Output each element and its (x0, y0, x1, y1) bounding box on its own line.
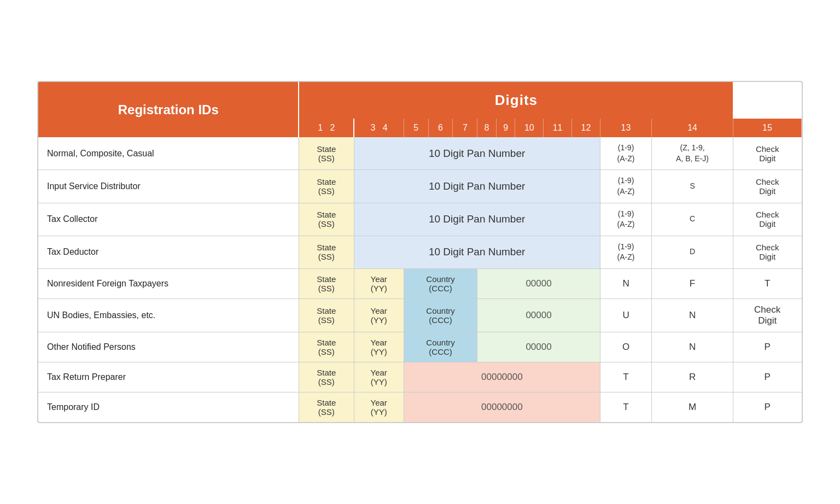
col-13-cell: O (600, 332, 651, 362)
col-14-cell: M (652, 392, 733, 422)
col-15-cell: Check Digit (733, 170, 801, 203)
registration-table: Registration IDs Digits 1 2 3 4 5 6 7 8 … (37, 81, 803, 423)
pan-cell: 10 Digit Pan Number (354, 203, 600, 236)
table-row: Input Service DistributorState (SS)10 Di… (38, 170, 802, 203)
col-15-cell: P (733, 392, 801, 422)
state-cell: State (SS) (299, 170, 354, 203)
table-row: UN Bodies, Embassies, etc.State (SS)Year… (38, 298, 802, 332)
col-15-cell: Check Digit (733, 236, 801, 268)
col-14-cell: S (652, 170, 733, 203)
col-15-cell: Check Digit (733, 298, 801, 332)
col-15-cell: Check Digit (733, 203, 801, 236)
digit-13: 13 (600, 119, 651, 137)
pan-cell: 10 Digit Pan Number (354, 236, 600, 268)
zeros-wide-cell: 00000000 (404, 362, 600, 392)
state-cell: State (SS) (299, 298, 354, 332)
state-cell: State (SS) (299, 236, 354, 268)
table-row: Tax CollectorState (SS)10 Digit Pan Numb… (38, 203, 802, 236)
state-cell: State (SS) (299, 268, 354, 298)
year-cell: Year (YY) (354, 268, 404, 298)
row-label: Input Service Distributor (38, 170, 299, 203)
col-13-cell: N (600, 268, 651, 298)
digits-1-2: 1 2 (299, 119, 354, 137)
state-cell: State (SS) (299, 137, 354, 170)
pan-cell: 10 Digit Pan Number (354, 137, 600, 170)
col-13-cell: T (600, 392, 651, 422)
col-14-cell: (Z, 1-9, A, B, E-J) (652, 137, 733, 170)
zeros-wide-cell: 00000000 (404, 392, 600, 422)
digit-7: 7 (453, 119, 477, 137)
year-cell: Year (YY) (354, 392, 404, 422)
table-row: Temporary IDState (SS)Year (YY)00000000T… (38, 392, 802, 422)
state-cell: State (SS) (299, 332, 354, 362)
digit-15: 15 (733, 119, 801, 137)
col-13-cell: T (600, 362, 651, 392)
digit-10: 10 (515, 119, 544, 137)
table-row: Tax Return PreparerState (SS)Year (YY)00… (38, 362, 802, 392)
digit-8: 8 (477, 119, 497, 137)
col-13-cell: (1-9) (A-Z) (600, 236, 651, 268)
digit-14: 14 (652, 119, 733, 137)
zeros-cell: 00000 (477, 332, 600, 362)
header-row-1: Registration IDs Digits (38, 82, 802, 119)
digit-12: 12 (572, 119, 600, 137)
table-row: Tax DeductorState (SS)10 Digit Pan Numbe… (38, 236, 802, 268)
row-label: Tax Return Preparer (38, 362, 299, 392)
col-15-cell: Check Digit (733, 137, 801, 170)
country-cell: Country (CCC) (404, 268, 477, 298)
row-label: Other Notified Persons (38, 332, 299, 362)
row-label: UN Bodies, Embassies, etc. (38, 298, 299, 332)
year-cell: Year (YY) (354, 298, 404, 332)
digit-9: 9 (496, 119, 515, 137)
col-14-cell: D (652, 236, 733, 268)
digit-5: 5 (404, 119, 428, 137)
row-label: Tax Deductor (38, 236, 299, 268)
state-cell: State (SS) (299, 362, 354, 392)
country-cell: Country (CCC) (404, 332, 477, 362)
col-14-cell: F (652, 268, 733, 298)
zeros-cell: 00000 (477, 298, 600, 332)
col-13-cell: U (600, 298, 651, 332)
digit-11: 11 (544, 119, 572, 137)
table-row: Nonresident Foreign TaxpayersState (SS)Y… (38, 268, 802, 298)
table-row: Normal, Composite, CasualState (SS)10 Di… (38, 137, 802, 170)
col-14-cell: R (652, 362, 733, 392)
col-15-cell: P (733, 332, 801, 362)
row-label: Nonresident Foreign Taxpayers (38, 268, 299, 298)
zeros-cell: 00000 (477, 268, 600, 298)
digits-header: Digits (299, 82, 733, 119)
year-cell: Year (YY) (354, 332, 404, 362)
digits-3-4: 3 4 (354, 119, 404, 137)
col-13-cell: (1-9) (A-Z) (600, 137, 651, 170)
state-cell: State (SS) (299, 203, 354, 236)
col-15-cell: P (733, 362, 801, 392)
reg-id-header: Registration IDs (38, 82, 299, 137)
col-13-cell: (1-9) (A-Z) (600, 203, 651, 236)
col-13-cell: (1-9) (A-Z) (600, 170, 651, 203)
country-cell: Country (CCC) (404, 298, 477, 332)
state-cell: State (SS) (299, 392, 354, 422)
col-14-cell: C (652, 203, 733, 236)
row-label: Normal, Composite, Casual (38, 137, 299, 170)
col-14-cell: N (652, 298, 733, 332)
table-row: Other Notified PersonsState (SS)Year (YY… (38, 332, 802, 362)
row-label: Temporary ID (38, 392, 299, 422)
pan-cell: 10 Digit Pan Number (354, 170, 600, 203)
col-15-cell: T (733, 268, 801, 298)
digit-6: 6 (428, 119, 453, 137)
col-14-cell: N (652, 332, 733, 362)
row-label: Tax Collector (38, 203, 299, 236)
year-cell: Year (YY) (354, 362, 404, 392)
